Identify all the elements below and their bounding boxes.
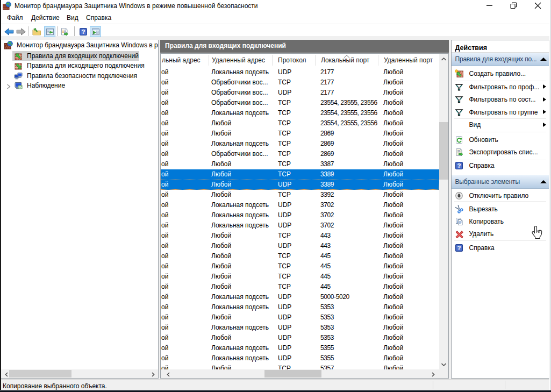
svg-text:?: ? (81, 28, 85, 35)
svg-text:?: ? (457, 162, 461, 169)
svg-text:?: ? (457, 245, 461, 251)
